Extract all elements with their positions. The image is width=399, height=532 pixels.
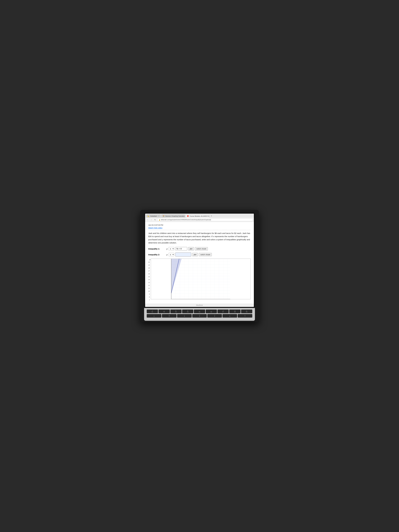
deltamath-tab-label: DeltaMath [150, 215, 157, 217]
y-label-11: 11 [148, 287, 150, 290]
problem-text: Jack and his children went into a restau… [148, 232, 251, 244]
inequality-2-operator[interactable]: ≤ ≥ > < [169, 253, 174, 256]
y-axis-labels: 20 19 18 17 16 15 14 13 12 11 10 9 [148, 261, 150, 301]
graph-svg [151, 259, 251, 299]
screen: 📐 DeltaMath ✕ 🧮 Desmos | Graphing Calcul… [145, 214, 254, 307]
key-4[interactable]: $ 4 [192, 314, 207, 318]
y-axis-title: y [150, 259, 150, 260]
y-label-9: 9 [149, 293, 150, 296]
y-label-18: 18 [148, 266, 150, 269]
forward-button[interactable]: → [150, 218, 153, 221]
num-key-row: ! 1 @ 2 # 3 $ 4 % 5 ^ 6 [147, 314, 252, 318]
inequality-2-plot-btn[interactable]: plot [192, 253, 198, 256]
y-label-14: 14 [148, 278, 150, 281]
key-6[interactable]: ^ 6 [222, 314, 237, 318]
watch-help-link[interactable]: Watch help video [148, 227, 251, 230]
y-label-10: 10 [148, 290, 150, 293]
graph-area[interactable] [151, 259, 251, 299]
tab-deltamath[interactable]: 📐 DeltaMath ✕ [146, 214, 161, 218]
key-f5[interactable]: ⋯ F5 [194, 310, 205, 313]
key-f8[interactable]: ▷|| F8 [229, 310, 241, 313]
y-label-13: 13 [148, 281, 150, 284]
inequality-1-label: Inequality 1: [148, 248, 165, 250]
key-f2[interactable]: ☼ F2 [158, 310, 170, 313]
fn-key-row: ☀ F1 ☼ F2 ⊞ F3 ⊟ F4 ⋯ F5 ⋯ F6 [147, 310, 252, 313]
address-box[interactable]: 🔒 deltamath.com/app/student/solve/149492… [157, 218, 253, 221]
key-f7[interactable]: ◁◁ F7 [217, 310, 229, 313]
inequality-2-switch-btn[interactable]: switch shade [199, 253, 212, 256]
inequality-1-operator[interactable]: ≥ ≤ > < [169, 247, 174, 250]
tab-course[interactable]: 🔴 Course Modules: ALG/ADV-Fa ✕ [185, 214, 209, 218]
key-5[interactable]: % 5 [207, 314, 222, 318]
key-7[interactable]: & 7 [238, 314, 252, 318]
tab-bar: 📐 DeltaMath ✕ 🧮 Desmos | Graphing Calcul… [145, 214, 254, 218]
url-text: deltamath.com/app/student/solve/14949200… [161, 219, 211, 221]
inequality-2-label: Inequality 2: [148, 253, 165, 256]
y-label-20: 20 [148, 261, 150, 264]
page-content: Jan 10, 8:47:32 PM Watch help video Jack… [145, 222, 254, 304]
inequality-1-expression: 5x + 8 [175, 247, 187, 250]
macbook-label: MacBook [145, 304, 254, 307]
inequality-1-row: Inequality 1: y ≥ ≤ > < 5x + 8 plot swit… [148, 247, 251, 250]
y-label-15: 15 [148, 275, 150, 278]
inequality-2-row: Inequality 2: y ≤ ≥ > < plot switch shad… [148, 253, 251, 256]
desmos-tab-icon: 🧮 [163, 215, 165, 217]
course-tab-label: Course Modules: ALG/ADV-Fa [190, 215, 209, 217]
key-f4[interactable]: ⊟ F4 [182, 310, 193, 313]
inequality-1-var: y [166, 248, 168, 250]
screen-bezel: 📐 DeltaMath ✕ 🧮 Desmos | Graphing Calcul… [144, 213, 255, 308]
y-label-19: 19 [148, 264, 150, 266]
y-label-7: 7 [149, 298, 150, 301]
back-button[interactable]: ← [146, 218, 149, 221]
key-f6[interactable]: ⋯ F6 [206, 310, 217, 313]
browser-chrome: 📐 DeltaMath ✕ 🧮 Desmos | Graphing Calcul… [145, 214, 254, 222]
lock-icon: 🔒 [159, 219, 160, 221]
key-1[interactable]: ! 1 [147, 314, 161, 318]
y-label-16: 16 [148, 272, 150, 275]
laptop-outer: 📐 DeltaMath ✕ 🧮 Desmos | Graphing Calcul… [140, 210, 259, 322]
y-label-17: 17 [148, 269, 150, 272]
key-f3[interactable]: ⊞ F3 [170, 310, 182, 313]
inequality-1-switch-btn[interactable]: switch shade [195, 247, 208, 250]
inequality-1-plot-btn[interactable]: plot [188, 247, 194, 250]
key-f9[interactable]: ▷▷ F9 [241, 310, 252, 313]
deltamath-tab-icon: 📐 [148, 215, 150, 217]
y-label-12: 12 [148, 284, 150, 287]
inequality-2-var: y [166, 253, 168, 256]
address-bar-row: ← → ↻ 🔒 deltamath.com/app/student/solve/… [145, 218, 254, 222]
tab-desmos[interactable]: 🧮 Desmos | Graphing Calculator ✕ [161, 214, 185, 218]
graph-container: y 20 19 18 17 16 15 14 13 12 11 1 [148, 259, 251, 301]
key-2[interactable]: @ 2 [162, 314, 177, 318]
deltamath-tab-close[interactable]: ✕ [158, 215, 159, 217]
keyboard-area: ☀ F1 ☼ F2 ⊞ F3 ⊟ F4 ⋯ F5 ⋯ F6 [144, 308, 255, 321]
refresh-button[interactable]: ↻ [154, 218, 157, 221]
course-tab-icon: 🔴 [187, 215, 189, 217]
inequality-2-expression[interactable] [175, 253, 191, 256]
desmos-tab-label: Desmos | Graphing Calculator [165, 215, 185, 217]
y-label-8: 8 [149, 296, 150, 298]
new-tab-button[interactable]: + [210, 214, 213, 218]
svg-rect-0 [171, 259, 230, 299]
key-f1[interactable]: ☀ F1 [147, 310, 158, 313]
date-time: Jan 10, 8:47:32 PM [148, 224, 251, 226]
key-3[interactable]: # 3 [177, 314, 192, 318]
